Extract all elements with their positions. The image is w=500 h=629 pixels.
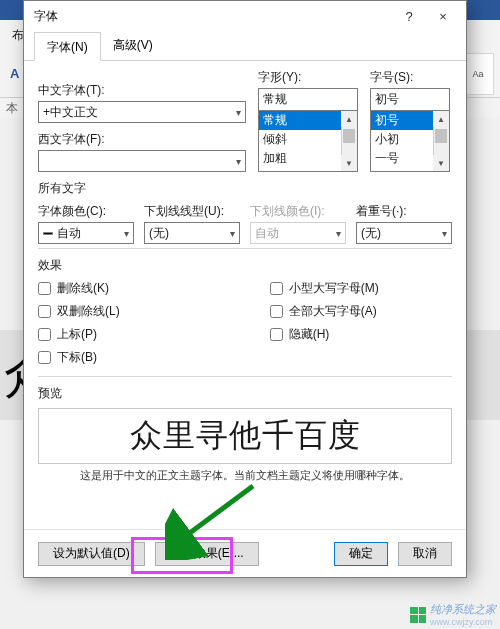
underline-style-combo[interactable]: (无) ▾ (144, 222, 240, 244)
font-style-label: 字形(Y): (258, 69, 358, 86)
font-style-listbox[interactable]: 常规 倾斜 加粗 ▲ ▼ (258, 110, 358, 172)
watermark-logo-icon (410, 607, 426, 623)
watermark-url: www.cwjzy.com (430, 617, 496, 627)
caret-down-icon: ▾ (236, 156, 241, 167)
help-button[interactable]: ? (392, 3, 426, 29)
emphasis-label: 着重号(·): (356, 203, 452, 220)
font-style-input[interactable]: 常规 (258, 88, 358, 110)
color-swatch-icon (43, 232, 53, 235)
cn-font-value: +中文正文 (43, 104, 98, 121)
divider (38, 376, 452, 377)
underline-color-label: 下划线颜色(I): (250, 203, 346, 220)
preview-text: 众里寻他千百度 (130, 414, 361, 458)
underline-color-combo: 自动 ▾ (250, 222, 346, 244)
tab-font[interactable]: 字体(N) (34, 32, 101, 61)
font-dialog: 字体 ? × 字体(N) 高级(V) 中文字体(T): +中文正文 ▾ 西文字体… (23, 0, 467, 578)
caret-down-icon: ▾ (124, 228, 129, 239)
ok-button[interactable]: 确定 (334, 542, 388, 566)
effects-label: 效果 (38, 257, 452, 274)
set-default-button[interactable]: 设为默认值(D) (38, 542, 145, 566)
cn-font-combo[interactable]: +中文正文 ▾ (38, 101, 246, 123)
preview-label: 预览 (38, 385, 452, 402)
dialog-footer: 设为默认值(D) 文字效果(E)... 确定 取消 (24, 529, 466, 577)
dialog-title: 字体 (34, 8, 58, 25)
font-style-value: 常规 (263, 91, 287, 108)
latin-font-label: 西文字体(F): (38, 131, 246, 148)
checkbox-subscript[interactable]: 下标(B) (38, 349, 120, 366)
checkbox-hidden[interactable]: 隐藏(H) (270, 326, 379, 343)
caret-down-icon: ▾ (230, 228, 235, 239)
scroll-up-icon[interactable]: ▲ (433, 111, 449, 127)
cancel-button[interactable]: 取消 (398, 542, 452, 566)
checkbox-strike[interactable]: 删除线(K) (38, 280, 120, 297)
divider (38, 248, 452, 249)
checkbox-smallcaps[interactable]: 小型大写字母(M) (270, 280, 379, 297)
font-color-label: 字体颜色(C): (38, 203, 134, 220)
font-color-combo[interactable]: 自动 ▾ (38, 222, 134, 244)
scroll-down-icon[interactable]: ▼ (433, 155, 449, 171)
text-effects-button[interactable]: 文字效果(E)... (155, 542, 259, 566)
caret-down-icon: ▾ (336, 228, 341, 239)
scrollbar-thumb[interactable] (435, 129, 447, 143)
emphasis-value: (无) (361, 225, 381, 242)
watermark-text: 纯净系统之家 (430, 603, 496, 615)
emphasis-combo[interactable]: (无) ▾ (356, 222, 452, 244)
font-size-input[interactable]: 初号 (370, 88, 450, 110)
close-button[interactable]: × (426, 3, 460, 29)
latin-font-combo[interactable]: ▾ (38, 150, 246, 172)
underline-color-value: 自动 (255, 225, 279, 242)
dialog-tabs: 字体(N) 高级(V) (24, 31, 466, 61)
cn-font-label: 中文字体(T): (38, 82, 246, 99)
caret-down-icon: ▾ (442, 228, 447, 239)
scroll-down-icon[interactable]: ▼ (341, 155, 357, 171)
preview-box: 众里寻他千百度 (38, 408, 452, 464)
checkbox-double-strike[interactable]: 双删除线(L) (38, 303, 120, 320)
font-size-label: 字号(S): (370, 69, 450, 86)
checkbox-superscript[interactable]: 上标(P) (38, 326, 120, 343)
watermark: 纯净系统之家 www.cwjzy.com (410, 602, 496, 627)
tab-advanced[interactable]: 高级(V) (101, 31, 165, 60)
bold-button[interactable]: A (6, 64, 23, 83)
font-color-value: 自动 (57, 225, 81, 242)
checkbox-allcaps[interactable]: 全部大写字母(A) (270, 303, 379, 320)
font-size-listbox[interactable]: 初号 小初 一号 ▲ ▼ (370, 110, 450, 172)
font-size-value: 初号 (375, 91, 399, 108)
all-text-label: 所有文字 (38, 180, 452, 197)
dialog-titlebar: 字体 ? × (24, 1, 466, 31)
scrollbar-thumb[interactable] (343, 129, 355, 143)
preview-note: 这是用于中文的正文主题字体。当前文档主题定义将使用哪种字体。 (38, 468, 452, 483)
underline-style-value: (无) (149, 225, 169, 242)
caret-down-icon: ▾ (236, 107, 241, 118)
underline-style-label: 下划线线型(U): (144, 203, 240, 220)
dialog-body: 中文字体(T): +中文正文 ▾ 西文字体(F): ▾ 字形(Y): 常规 常规 (24, 61, 466, 529)
scroll-up-icon[interactable]: ▲ (341, 111, 357, 127)
